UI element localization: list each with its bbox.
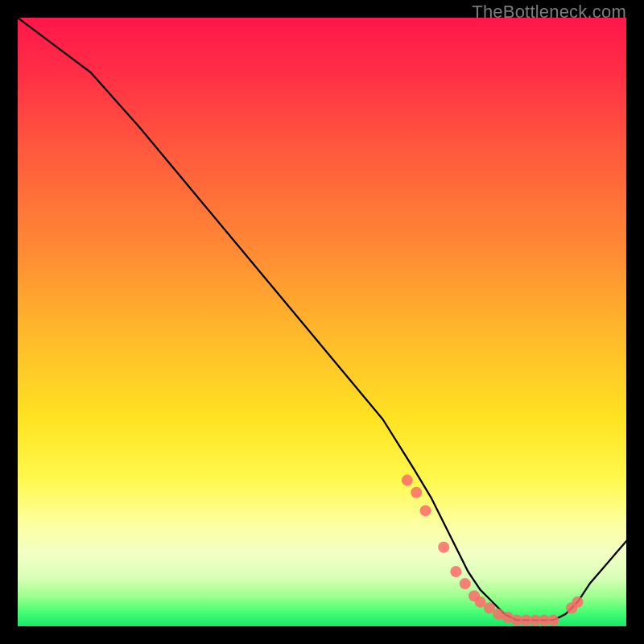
curve-layer xyxy=(18,18,626,626)
marker-dot xyxy=(450,566,461,577)
marker-dot xyxy=(438,542,449,553)
marker-dot xyxy=(460,578,471,589)
plot-area xyxy=(18,18,626,626)
marker-dot xyxy=(572,597,584,608)
marker-dot xyxy=(420,505,431,516)
marker-dot xyxy=(402,475,413,486)
marker-dot xyxy=(411,487,422,498)
marker-dot xyxy=(547,614,559,625)
bottleneck-curve-path xyxy=(18,18,626,620)
chart-root: TheBottleneck.com xyxy=(0,0,644,644)
